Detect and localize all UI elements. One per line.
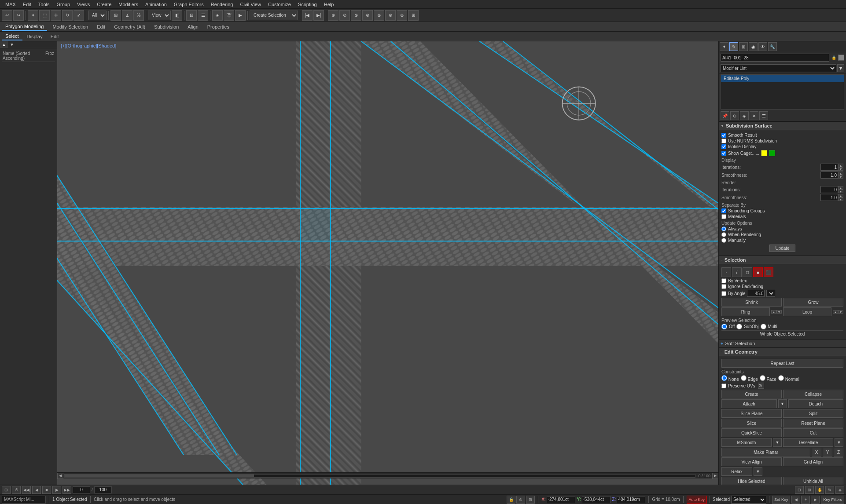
reset-plane-button[interactable]: Reset Plane — [783, 419, 843, 427]
split-button[interactable]: Split — [783, 409, 843, 418]
by-vertex-check[interactable] — [721, 278, 726, 283]
attach-options-btn[interactable]: ▼ — [778, 399, 787, 408]
slice-button[interactable]: Slice — [721, 419, 782, 427]
left-tab-active[interactable]: ▲ — [0, 41, 8, 48]
disp-iter-up[interactable]: ▲ — [838, 164, 843, 167]
rend-iter-up[interactable]: ▲ — [838, 186, 843, 190]
tab-subdivision[interactable]: Subdivision — [151, 23, 182, 30]
normal-radio[interactable] — [778, 375, 784, 381]
play-reverse-btn[interactable]: ◀◀ — [22, 486, 31, 494]
make-planar-button[interactable]: Make Planar — [721, 448, 810, 457]
menu-max[interactable]: MAX — [2, 2, 19, 7]
selected-dropdown[interactable]: Selected — [731, 496, 766, 504]
edit-geometry-header[interactable]: − Edit Geometry — [719, 347, 846, 356]
menu-customize[interactable]: Customize — [265, 2, 294, 7]
motion-icon[interactable]: ◉ — [749, 42, 758, 51]
viewport[interactable]: [+][Orthographic][Shaded] — [57, 41, 718, 485]
cage-color1-swatch[interactable] — [761, 150, 767, 156]
none-radio[interactable] — [721, 375, 727, 381]
tab-polygon-modeling[interactable]: Polygon Modeling — [2, 23, 47, 31]
grid-align-button[interactable]: Grid Align — [783, 457, 843, 466]
menu-animation[interactable]: Animation — [142, 2, 170, 7]
preview-subobj-radio[interactable] — [736, 324, 742, 329]
misc1-btn[interactable]: ⊕ — [328, 10, 338, 21]
lock-selection-btn[interactable]: 🔒 — [507, 496, 515, 504]
menu-modifiers[interactable]: Modifiers — [115, 2, 142, 7]
angle-snap-btn[interactable]: ∡ — [122, 10, 132, 21]
menu-rendering[interactable]: Rendering — [207, 2, 237, 7]
rend-iter-input[interactable] — [820, 186, 838, 193]
tessellate-options-btn[interactable]: ▼ — [835, 438, 843, 447]
prev-frame-btn[interactable]: |◀ — [302, 10, 313, 21]
preview-off-radio[interactable] — [721, 324, 727, 329]
orbit-btn[interactable]: ↻ — [825, 486, 834, 494]
create-button[interactable]: Create — [721, 390, 782, 398]
ignore-backfacing-check[interactable] — [721, 284, 726, 289]
cage-color2-swatch[interactable] — [769, 150, 775, 156]
rend-smooth-up[interactable]: ▲ — [838, 194, 843, 197]
tab-modify-selection[interactable]: Modify Selection — [49, 23, 92, 30]
scroll-left-btn[interactable]: ◀ — [57, 473, 63, 479]
create-selection-dropdown[interactable]: Create Selection — [250, 11, 298, 20]
z-axis-button[interactable]: Z — [834, 448, 843, 457]
menu-edit[interactable]: Edit — [19, 2, 35, 7]
edge-radio[interactable] — [741, 375, 747, 381]
relax-button[interactable]: Relax — [721, 467, 752, 476]
render-setup-btn[interactable]: 🎬 — [224, 10, 234, 21]
slice-plane-button[interactable]: Slice Plane — [721, 409, 782, 418]
mirror-btn[interactable]: ◧ — [172, 10, 182, 21]
undo-btn[interactable]: ↩ — [2, 10, 12, 21]
disp-smooth-input[interactable] — [820, 172, 838, 179]
y-axis-button[interactable]: Y — [823, 448, 832, 457]
tessellate-button[interactable]: Tessellate — [783, 438, 833, 447]
utilities-icon[interactable]: 🔧 — [768, 42, 777, 51]
remove-modifier-btn[interactable]: ✕ — [750, 111, 758, 120]
quick-slice-button[interactable]: QuickSlice — [721, 428, 782, 437]
menu-civil-view[interactable]: Civil View — [236, 2, 264, 7]
pin-stack-btn[interactable]: 📌 — [721, 111, 729, 120]
misc5-btn[interactable]: ⊚ — [374, 10, 384, 21]
zoom-extents-btn[interactable]: ⊡ — [795, 486, 804, 494]
select-object-btn[interactable]: ✦ — [28, 10, 38, 21]
menu-scripting[interactable]: Scripting — [294, 2, 320, 7]
by-angle-dropdown[interactable]: ▼ — [766, 290, 775, 297]
loop-up-btn[interactable]: ▲ — [833, 310, 838, 314]
stop-btn[interactable]: ■ — [42, 486, 51, 494]
key-mode-btn[interactable]: ⊞ — [2, 486, 11, 494]
detach-button[interactable]: Detach — [788, 399, 844, 408]
misc4-btn[interactable]: ⊛ — [362, 10, 373, 21]
create-icon[interactable]: ✦ — [720, 42, 728, 51]
element-icon-btn[interactable]: ⬛ — [764, 267, 773, 277]
selection-header[interactable]: − Selection — [719, 256, 846, 264]
msmooth-options-btn[interactable]: ▼ — [773, 438, 782, 447]
misc3-btn[interactable]: ⊗ — [351, 10, 361, 21]
repeat-last-button[interactable]: Repeat Last — [721, 359, 843, 368]
tab-edit[interactable]: Edit — [93, 23, 109, 30]
disp-smooth-down[interactable]: ▼ — [838, 175, 843, 179]
isoline-check[interactable] — [721, 144, 726, 149]
msmooth-button[interactable]: MSmooth — [721, 438, 772, 447]
x-axis-button[interactable]: X — [812, 448, 821, 457]
layer-dropdown[interactable]: All — [88, 11, 107, 20]
add-key-btn[interactable]: + — [801, 496, 810, 504]
misc6-btn[interactable]: ⊜ — [385, 10, 396, 21]
ring-down-btn[interactable]: ▼ — [776, 310, 782, 314]
total-frames-input[interactable] — [94, 486, 112, 493]
named-sel-btn[interactable]: ☰ — [198, 10, 208, 21]
move-btn[interactable]: ✛ — [51, 10, 61, 21]
cut-button[interactable]: Cut — [783, 428, 843, 437]
vertex-icon-btn[interactable]: · — [721, 267, 731, 277]
menu-create[interactable]: Create — [93, 2, 115, 7]
object-name-input[interactable] — [721, 54, 829, 62]
disp-smooth-up[interactable]: ▲ — [838, 172, 843, 175]
unhide-all-button[interactable]: Unhide All — [783, 477, 843, 485]
material-editor-btn[interactable]: ◈ — [212, 10, 223, 21]
key-filters-button[interactable]: Key Filters — [821, 496, 844, 504]
manually-radio[interactable] — [721, 238, 726, 243]
view-align-button[interactable]: View Align — [721, 457, 782, 466]
tab-align[interactable]: Align — [184, 23, 202, 30]
misc8-btn[interactable]: ⊞ — [408, 10, 419, 21]
next-frame-anim-btn[interactable]: ▶ — [52, 486, 61, 494]
align-btn[interactable]: ⊟ — [186, 10, 197, 21]
modifier-options-btn[interactable]: ▼ — [837, 64, 844, 72]
